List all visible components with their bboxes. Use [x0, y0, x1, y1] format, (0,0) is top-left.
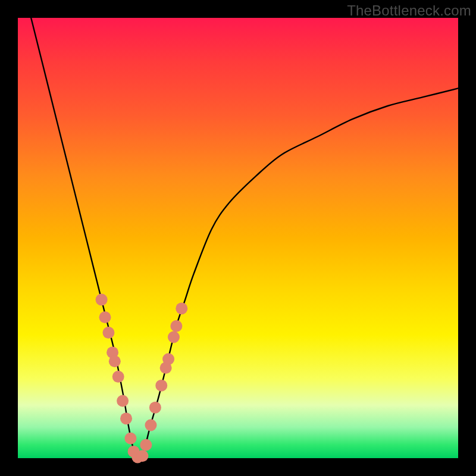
watermark-text: TheBottleneck.com: [347, 2, 471, 19]
marker-dot: [136, 450, 148, 462]
marker-dot: [117, 395, 129, 407]
marker-dot: [162, 353, 174, 365]
marker-dot: [102, 327, 114, 339]
marker-dot: [124, 433, 136, 444]
bottleneck-curve: [31, 18, 458, 460]
marker-dot: [120, 412, 132, 424]
marker-dot: [176, 302, 187, 314]
chart-frame: TheBottleneck.com: [0, 0, 476, 476]
plot-area: [18, 18, 458, 458]
marker-dot: [168, 331, 180, 343]
marker-dot: [155, 380, 167, 392]
marker-dot: [140, 439, 152, 451]
marker-dot: [96, 294, 108, 306]
marker-dot: [145, 419, 156, 431]
highlight-markers: [96, 294, 188, 464]
marker-dot: [112, 371, 124, 383]
chart-svg: [18, 18, 458, 458]
marker-dot: [99, 311, 111, 323]
marker-dot: [170, 320, 182, 332]
marker-dot: [149, 402, 161, 414]
marker-dot: [109, 355, 121, 367]
